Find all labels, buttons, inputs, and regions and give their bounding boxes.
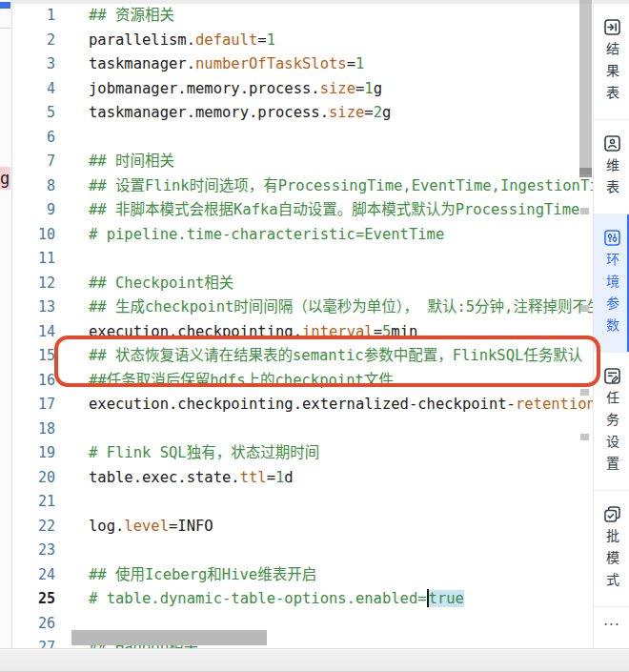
code-line-text: taskmanager.numberOfTaskSlots=1	[55, 52, 593, 77]
sidebar-item-label: 结果表	[603, 42, 620, 108]
code-line-text: # table.dynamic-table-options.enabled=tr…	[55, 587, 593, 612]
line-number: 25	[11, 587, 55, 612]
task-settings-icon	[602, 366, 622, 386]
code-line-text	[55, 490, 593, 515]
code-line[interactable]: 23	[11, 539, 593, 563]
overview-ruler-mark	[580, 305, 589, 312]
code-line-text: ## Checkpoint相关	[55, 272, 593, 296]
code-line[interactable]: 18	[11, 417, 593, 442]
code-line[interactable]: 1## 资源相关	[11, 4, 593, 29]
code-line[interactable]: 6	[11, 126, 593, 151]
code-line[interactable]: 8## 设置Flink时间选项，有ProcessingTime,EventTim…	[11, 174, 593, 199]
code-line-text: ## 资源相关	[55, 4, 593, 29]
code-line-text: ##任务取消后保留hdfs上的checkpoint文件	[55, 369, 593, 394]
code-line[interactable]: 7## 时间相关	[11, 150, 593, 174]
scrollbar-thumb-end	[579, 168, 592, 177]
code-line[interactable]: 19# Flink SQL独有，状态过期时间	[11, 441, 593, 466]
code-line[interactable]: 5taskmanager.memory.process.size=2g	[11, 101, 593, 126]
code-line-text: execution.checkpointing.externalized-che…	[55, 393, 593, 417]
code-line-text: # pipeline.time-characteristic=EventTime	[55, 223, 593, 248]
left-pane-edge: g	[0, 0, 12, 672]
line-number: 5	[11, 101, 55, 126]
redaction-overlay	[71, 630, 267, 645]
code-editor[interactable]: 1## 资源相关2parallelism.default=13taskmanag…	[11, 4, 593, 672]
line-number: 23	[11, 539, 55, 563]
scrollbar-track[interactable]	[579, 0, 592, 648]
code-line[interactable]: 15## 状态恢复语义请在结果表的semantic参数中配置，FlinkSQL任…	[11, 344, 593, 369]
line-number: 19	[11, 441, 55, 466]
line-number: 1	[11, 4, 55, 29]
sidebar-item-task-settings[interactable]: 任务设置	[594, 353, 629, 491]
batch-mode-icon	[602, 504, 622, 524]
line-number: 7	[11, 150, 55, 174]
code-line[interactable]: 21	[11, 490, 593, 515]
code-line-text: ## 时间相关	[55, 150, 593, 174]
overview-ruler-mark	[580, 208, 589, 214]
code-line-text: parallelism.default=1	[55, 29, 593, 53]
code-line[interactable]: 14execution.checkpointing.interval=5min	[11, 320, 593, 345]
code-line[interactable]: 11	[11, 247, 593, 272]
left-pane-divider	[0, 28, 10, 29]
line-number: 24	[11, 563, 55, 588]
code-line-text: jobmanager.memory.process.size=1g	[55, 77, 593, 102]
code-line[interactable]: 12## Checkpoint相关	[11, 272, 593, 296]
scrollbar-thumb[interactable]	[579, 0, 592, 174]
code-line[interactable]: 4jobmanager.memory.process.size=1g	[11, 77, 593, 102]
line-number: 3	[11, 52, 55, 77]
code-line-text	[55, 539, 593, 563]
code-line-text: table.exec.state.ttl=1d	[55, 466, 593, 491]
overview-ruler-mark	[580, 434, 589, 440]
right-tool-sidebar: 结果表维表环境参数任务设置批模式···	[593, 4, 629, 648]
line-number: 18	[11, 417, 55, 442]
code-line[interactable]: 9## 非脚本模式会根据Kafka自动设置。脚本模式默认为ProcessingT…	[11, 198, 593, 223]
code-line[interactable]: 16##任务取消后保留hdfs上的checkpoint文件	[11, 369, 593, 394]
line-number: 21	[11, 490, 55, 515]
code-line-text: ## 设置Flink时间选项，有ProcessingTime,EventTime…	[55, 174, 593, 199]
code-line[interactable]: 10# pipeline.time-characteristic=EventTi…	[11, 223, 593, 248]
code-line[interactable]: 24## 使用Iceberg和Hive维表开启	[11, 563, 593, 588]
more-options-button[interactable]: ···	[594, 617, 629, 634]
app-window: g 1## 资源相关2parallelism.default=13taskman…	[0, 0, 629, 672]
code-line-text	[55, 417, 593, 442]
sidebar-item-env-params[interactable]: 环境参数	[594, 214, 629, 353]
code-line-text: ## 使用Iceberg和Hive维表开启	[55, 563, 593, 588]
line-number: 11	[11, 247, 55, 272]
line-number: 17	[11, 393, 55, 417]
left-pane-blue-accent	[0, 2, 10, 9]
sidebar-item-label: 环境参数	[603, 253, 620, 340]
sidebar-item-label: 维表	[603, 158, 620, 202]
code-line-text: ## 状态恢复语义请在结果表的semantic参数中配置，FlinkSQL任务默…	[55, 344, 593, 369]
code-line-text	[55, 247, 593, 272]
sidebar-item-dimension-table[interactable]: 维表	[594, 120, 629, 214]
code-line[interactable]: 3taskmanager.numberOfTaskSlots=1	[11, 52, 593, 77]
code-line[interactable]: 25# table.dynamic-table-options.enabled=…	[11, 587, 593, 612]
line-number: 16	[11, 369, 55, 394]
line-number: 9	[11, 198, 55, 223]
code-line-text: ## 非脚本模式会根据Kafka自动设置。脚本模式默认为ProcessingTi…	[55, 198, 593, 223]
line-number: 2	[11, 29, 55, 53]
line-number: 26	[11, 612, 55, 637]
line-number: 14	[11, 320, 55, 345]
code-line[interactable]: 20table.exec.state.ttl=1d	[11, 466, 593, 491]
code-line-text: taskmanager.memory.process.size=2g	[55, 101, 593, 126]
code-line[interactable]: 13## 生成checkpoint时间间隔（以毫秒为单位）， 默认:5分钟,注释…	[11, 295, 593, 320]
code-line[interactable]: 17execution.checkpointing.externalized-c…	[11, 393, 593, 417]
sidebar-item-result-table[interactable]: 结果表	[594, 4, 629, 120]
env-params-icon	[602, 228, 622, 248]
code-line-text: execution.checkpointing.interval=5min	[55, 320, 593, 345]
line-number: 8	[11, 174, 55, 199]
code-line[interactable]: 22log.level=INFO	[11, 515, 593, 540]
code-line-text	[55, 126, 593, 151]
code-line[interactable]: 2parallelism.default=1	[11, 29, 593, 53]
sidebar-item-label: 任务设置	[603, 391, 620, 479]
line-number: 6	[11, 126, 55, 151]
line-number: 10	[11, 223, 55, 248]
code-line-text: ## 生成checkpoint时间间隔（以毫秒为单位）， 默认:5分钟,注释掉则…	[55, 295, 593, 320]
bottom-panel	[0, 648, 629, 672]
sidebar-item-batch-mode[interactable]: 批模式	[594, 491, 629, 607]
dimension-table-icon	[602, 133, 622, 153]
sidebar-item-label: 批模式	[603, 529, 620, 595]
line-number: 20	[11, 466, 55, 491]
result-table-icon	[602, 17, 622, 37]
line-number: 4	[11, 77, 55, 102]
